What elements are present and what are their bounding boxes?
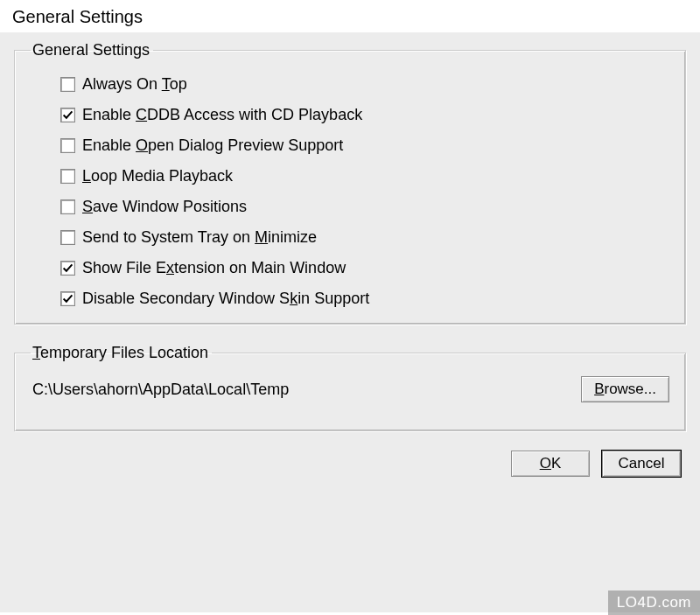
dialog-button-row: OK Cancel — [14, 451, 686, 477]
option-label: Save Window Positions — [82, 198, 247, 216]
option-send-to-tray[interactable]: Send to System Tray on Minimize — [60, 228, 669, 247]
checkbox-icon[interactable] — [60, 230, 75, 245]
checkbox-icon[interactable] — [60, 169, 75, 184]
window-title: General Settings — [0, 0, 700, 32]
option-save-window-positions[interactable]: Save Window Positions — [60, 198, 669, 216]
general-settings-legend: General Settings — [31, 41, 153, 59]
temp-files-legend: Temporary Files Location — [31, 344, 212, 362]
checkbox-icon[interactable] — [60, 199, 75, 214]
option-loop-playback[interactable]: Loop Media Playback — [60, 167, 669, 185]
option-label: Show File Extension on Main Window — [82, 259, 346, 277]
option-open-dialog-preview[interactable]: Enable Open Dialog Preview Support — [60, 136, 669, 155]
option-enable-cddb[interactable]: Enable CDDB Access with CD Playback — [60, 106, 669, 124]
option-label: Enable CDDB Access with CD Playback — [82, 106, 362, 124]
general-settings-list: Always On Top Enable CDDB Access with CD… — [31, 72, 669, 308]
option-show-file-extension[interactable]: Show File Extension on Main Window — [60, 259, 669, 277]
option-label: Send to System Tray on Minimize — [82, 228, 317, 247]
checkbox-icon[interactable] — [60, 77, 75, 92]
settings-window: General Settings General Settings Always… — [0, 0, 700, 612]
option-label: Always On Top — [82, 75, 187, 94]
browse-button[interactable]: Browse... — [581, 376, 669, 402]
ok-button[interactable]: OK — [511, 451, 590, 477]
watermark: LO4D.com — [608, 591, 700, 615]
temp-files-row: C:\Users\ahorn\AppData\Local\Temp Browse… — [31, 374, 669, 415]
checkbox-icon[interactable] — [60, 291, 75, 306]
temp-path-text: C:\Users\ahorn\AppData\Local\Temp — [32, 381, 289, 399]
checkbox-icon[interactable] — [60, 261, 75, 276]
option-disable-secondary-skin[interactable]: Disable Secondary Window Skin Support — [60, 290, 669, 308]
temp-files-group: Temporary Files Location C:\Users\ahorn\… — [14, 344, 686, 431]
client-area: General Settings Always On Top Enable CD… — [0, 32, 700, 612]
option-label: Disable Secondary Window Skin Support — [82, 290, 369, 308]
checkbox-icon[interactable] — [60, 138, 75, 153]
option-always-on-top[interactable]: Always On Top — [60, 75, 669, 94]
option-label: Enable Open Dialog Preview Support — [82, 136, 343, 155]
cancel-button[interactable]: Cancel — [602, 451, 681, 477]
checkbox-icon[interactable] — [60, 108, 75, 122]
option-label: Loop Media Playback — [82, 167, 233, 185]
general-settings-group: General Settings Always On Top Enable CD… — [14, 41, 686, 325]
